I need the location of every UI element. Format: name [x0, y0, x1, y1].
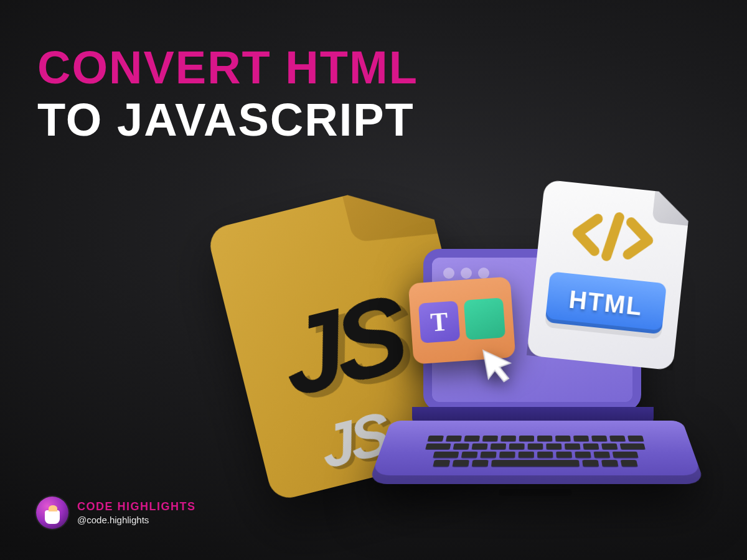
- t-tile: T: [418, 301, 460, 343]
- social-handle: @code.highlights: [77, 515, 196, 525]
- heading-line-2: TO JAVASCRIPT: [37, 96, 418, 144]
- brand-name: CODE HIGHLIGHTS: [77, 500, 196, 513]
- window-controls-icon: [443, 268, 489, 279]
- avatar: [36, 497, 68, 529]
- html-file-icon: HTML: [527, 179, 691, 370]
- html-badge: HTML: [545, 271, 667, 334]
- html-label: HTML: [568, 285, 644, 320]
- laptop-keyboard: [418, 436, 652, 463]
- footer-attribution: CODE HIGHLIGHTS @code.highlights: [36, 497, 196, 529]
- heading-line-1: CONVERT HTML: [37, 44, 418, 92]
- green-tile: [464, 297, 505, 340]
- t-letter: T: [430, 307, 449, 338]
- js-text-large: JS: [274, 270, 410, 422]
- main-heading: CONVERT HTML TO JAVASCRIPT: [37, 44, 418, 144]
- illustration-group: JS JS: [212, 174, 685, 523]
- js-file-fold: [340, 177, 441, 242]
- footer-text: CODE HIGHLIGHTS @code.highlights: [77, 500, 196, 525]
- laptop-trackpad: [499, 489, 572, 496]
- cursor-icon: [478, 343, 520, 388]
